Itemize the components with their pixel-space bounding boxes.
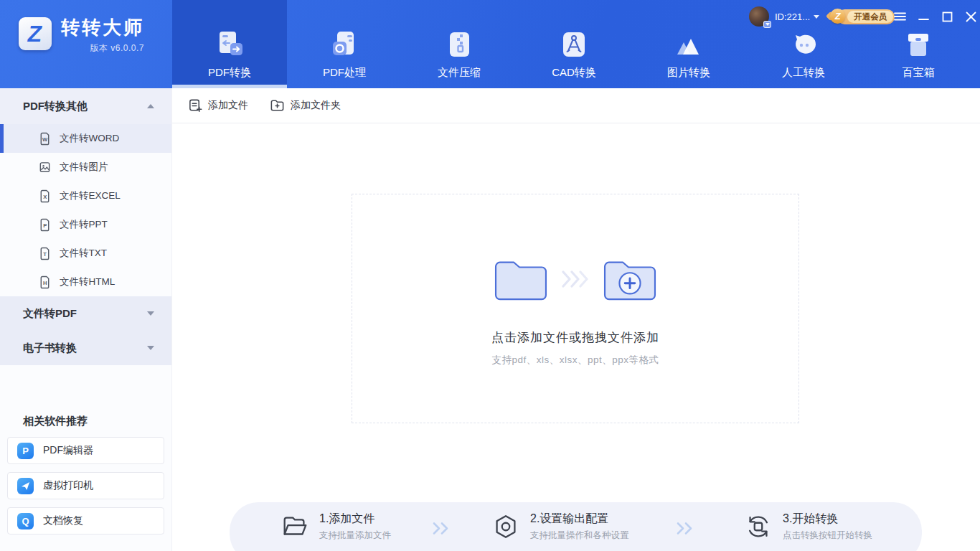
recommend-heading: 相关软件推荐: [0, 415, 171, 437]
image-icon: [38, 160, 52, 175]
step-add-file: 1.添加文件 支持批量添加文件: [280, 512, 391, 542]
add-folder-button[interactable]: 添加文件夹: [270, 98, 341, 113]
window-controls: [892, 9, 978, 24]
sidebar-item-label: 文件转HTML: [60, 276, 115, 288]
app-logo: Z 转转大师 版本 v6.0.0.7: [19, 17, 144, 55]
hamburger-menu-icon[interactable]: [892, 9, 907, 24]
section-label: PDF转换其他: [23, 100, 88, 113]
add-file-label: 添加文件: [208, 99, 248, 112]
logo-icon: Z: [19, 17, 52, 50]
recommend-virtual-printer[interactable]: 虚拟打印机: [7, 472, 164, 499]
folder-icon: [491, 255, 550, 303]
manual-convert-icon: [787, 27, 820, 62]
sidebar-section-file-to-pdf[interactable]: 文件转PDF: [0, 296, 171, 331]
tab-label: CAD转换: [552, 66, 596, 80]
sidebar-section-pdf-convert-other[interactable]: PDF转换其他: [0, 88, 171, 124]
section-label: 电子书转换: [23, 342, 77, 355]
recommend-label: 虚拟打印机: [43, 479, 93, 492]
vip-label: 开通会员: [847, 11, 893, 23]
add-file-icon: [188, 98, 202, 113]
chevron-up-icon: [147, 104, 154, 108]
folder-icon: [280, 512, 310, 542]
step-start-convert: 3.开始转换 点击转换按钮开始转换: [743, 512, 872, 542]
sidebar-item-file-to-excel[interactable]: X 文件转EXCEL: [0, 182, 171, 210]
recommend-doc-recovery[interactable]: Q 文档恢复: [7, 507, 164, 534]
sidebar-item-file-to-ppt[interactable]: P 文件转PPT: [0, 210, 171, 239]
sidebar-item-label: 文件转PPT: [60, 218, 108, 231]
user-area: ID:221... Z 开通会员: [749, 6, 895, 27]
avatar[interactable]: [749, 6, 769, 27]
add-folder-large-icon: [600, 255, 659, 303]
html-doc-icon: H: [38, 275, 52, 290]
minimize-icon[interactable]: [916, 9, 930, 24]
step-title: 3.开始转换: [783, 512, 872, 527]
file-dropzone[interactable]: 点击添加文件或拖拽文件添加 支持pdf、xls、xlsx、ppt、ppx等格式: [352, 194, 799, 423]
word-doc-icon: W: [38, 131, 52, 146]
avatar-badge-icon: [763, 21, 771, 28]
step-desc: 支持批量添加文件: [319, 529, 391, 542]
section-label: 文件转PDF: [23, 307, 77, 321]
tab-label: PDF处理: [323, 66, 366, 80]
tab-pdf-process[interactable]: PDF处理: [287, 0, 402, 88]
svg-text:H: H: [43, 280, 47, 286]
tab-pdf-convert[interactable]: PDF转换: [172, 0, 287, 88]
image-convert-icon: [672, 27, 705, 62]
add-folder-label: 添加文件夹: [291, 99, 341, 112]
chevrons-right-icon: [676, 522, 696, 538]
tab-label: PDF转换: [208, 66, 251, 80]
sidebar-item-label: 文件转图片: [60, 161, 108, 174]
sidebar-section-ebook-convert[interactable]: 电子书转换: [0, 331, 171, 365]
tab-label: 文件压缩: [438, 66, 481, 80]
maximize-icon[interactable]: [940, 9, 954, 24]
dropzone-title: 点击添加文件或拖拽文件添加: [491, 329, 659, 346]
step-title: 1.添加文件: [319, 512, 391, 527]
recommend-pdf-editor[interactable]: P PDF编辑器: [7, 437, 164, 464]
main-content: 添加文件 添加文件夹: [172, 88, 980, 551]
settings-icon: [491, 512, 521, 542]
recommend-label: PDF编辑器: [43, 444, 93, 457]
sidebar: PDF转换其他 W 文件转WORD 文件转图片: [0, 88, 172, 551]
chevrons-right-icon: [562, 270, 589, 288]
vip-z-icon: Z: [830, 9, 845, 24]
chevrons-right-icon: [432, 522, 452, 538]
close-icon[interactable]: [963, 9, 978, 24]
cad-convert-icon: [557, 27, 590, 62]
vip-upgrade-button[interactable]: Z 开通会员: [826, 9, 895, 24]
file-compress-icon: [443, 27, 476, 62]
tab-label: 图片转换: [667, 66, 710, 80]
dropzone-subtitle: 支持pdf、xls、xlsx、ppt、ppx等格式: [491, 354, 659, 367]
treasure-box-icon: [902, 27, 935, 62]
excel-doc-icon: X: [38, 189, 52, 204]
sidebar-item-file-to-image[interactable]: 文件转图片: [0, 153, 171, 182]
chevron-down-icon[interactable]: [814, 15, 819, 19]
pdf-convert-icon: [213, 27, 246, 62]
sidebar-item-file-to-html[interactable]: H 文件转HTML: [0, 268, 171, 296]
ppt-doc-icon: P: [38, 217, 52, 232]
recommend-label: 文档恢复: [43, 514, 83, 527]
steps-bar: 1.添加文件 支持批量添加文件 2.设置输出配置 支持批量操作和各种设置: [230, 502, 922, 551]
tab-cad-convert[interactable]: CAD转换: [517, 0, 631, 88]
chevron-down-icon: [147, 346, 154, 350]
sidebar-items: W 文件转WORD 文件转图片 X 文件转EXCEL: [0, 124, 171, 296]
add-file-button[interactable]: 添加文件: [188, 98, 248, 113]
tab-label: 人工转换: [782, 66, 825, 80]
txt-doc-icon: T: [38, 246, 52, 261]
tab-file-compress[interactable]: 文件压缩: [402, 0, 517, 88]
titlebar: Z 转转大师 版本 v6.0.0.7 PDF转换: [0, 0, 980, 88]
toolbar: 添加文件 添加文件夹: [172, 88, 980, 123]
chevron-down-icon: [147, 311, 154, 316]
convert-refresh-icon: [743, 512, 773, 542]
sidebar-item-file-to-word[interactable]: W 文件转WORD: [0, 124, 171, 153]
doc-recovery-icon: Q: [17, 513, 34, 529]
step-output-settings: 2.设置输出配置 支持批量操作和各种设置: [491, 512, 629, 542]
sidebar-item-label: 文件转TXT: [60, 247, 107, 260]
app-version: 版本 v6.0.0.7: [61, 42, 144, 55]
virtual-printer-icon: [17, 478, 34, 494]
pdf-editor-icon: P: [17, 443, 34, 459]
app-window: Z 转转大师 版本 v6.0.0.7 PDF转换: [0, 0, 980, 551]
svg-text:P: P: [43, 222, 47, 229]
tab-image-convert[interactable]: 图片转换: [631, 0, 746, 88]
user-id[interactable]: ID:221...: [775, 11, 810, 22]
sidebar-item-file-to-txt[interactable]: T 文件转TXT: [0, 239, 171, 268]
tab-label: 百宝箱: [903, 66, 935, 80]
